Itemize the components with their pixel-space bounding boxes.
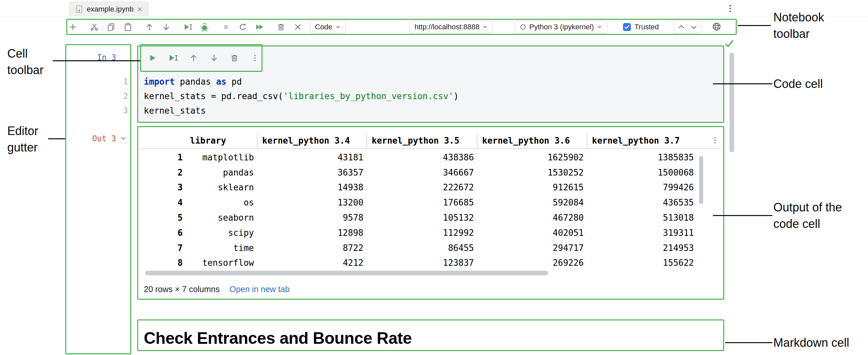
row-index: 2 bbox=[141, 165, 185, 180]
line-number: 3 bbox=[65, 103, 128, 118]
trusted-checkbox[interactable]: Trusted bbox=[623, 21, 659, 33]
table-cell: 1385835 bbox=[587, 150, 697, 165]
run-and-advance-icon[interactable] bbox=[167, 52, 179, 64]
jupyter-server-dropdown[interactable]: http://localhost:8888 bbox=[410, 21, 493, 33]
output-options-kebab-icon[interactable] bbox=[709, 134, 721, 146]
restart-kernel-icon[interactable] bbox=[238, 22, 248, 32]
dataframe-header-row: librarykernel_python 3.4kernel_python 3.… bbox=[141, 133, 697, 148]
table-cell: 1530252 bbox=[477, 165, 587, 180]
add-cell-icon[interactable] bbox=[68, 22, 78, 32]
debug-cell-icon[interactable] bbox=[199, 22, 209, 32]
annotation-line bbox=[53, 60, 140, 61]
checkbox-checked-icon bbox=[623, 23, 631, 31]
table-cell: 9578 bbox=[257, 210, 366, 225]
table-cell: 799426 bbox=[587, 180, 697, 195]
markdown-heading: Check Entrances and Bounce Rate bbox=[144, 329, 412, 348]
row-index: 7 bbox=[141, 240, 185, 255]
table-cell: 513018 bbox=[587, 210, 697, 225]
row-index: 5 bbox=[141, 210, 185, 225]
cell-type-label: Code bbox=[315, 23, 333, 31]
collapse-output-chevron-icon[interactable] bbox=[120, 135, 127, 142]
table-cell: 467280 bbox=[477, 210, 587, 225]
run-all-icon[interactable] bbox=[255, 22, 265, 32]
annotation-output-cell: Output of the code cell bbox=[773, 199, 859, 232]
code-line[interactable]: kernel_stats bbox=[144, 103, 459, 118]
column-header[interactable] bbox=[141, 133, 185, 148]
delete-cell-icon[interactable] bbox=[276, 22, 286, 32]
paste-icon[interactable] bbox=[123, 22, 133, 32]
kernel-dropdown[interactable]: Python 3 (ipykernel) bbox=[515, 21, 607, 33]
column-header[interactable]: kernel_python 3.6 bbox=[477, 133, 587, 148]
table-vertical-scrollbar[interactable] bbox=[699, 156, 703, 204]
table-cell: 1625902 bbox=[477, 150, 587, 165]
table-cell: 13200 bbox=[257, 195, 366, 210]
cell-navigation bbox=[674, 21, 702, 33]
table-cell: 86455 bbox=[366, 240, 477, 255]
chevron-down-icon bbox=[483, 24, 488, 30]
column-header[interactable]: kernel_python 3.4 bbox=[257, 133, 366, 148]
window-options-kebab-icon[interactable] bbox=[724, 3, 736, 14]
table-cell: 592084 bbox=[477, 195, 587, 210]
table-cell: 912615 bbox=[477, 180, 587, 195]
column-header[interactable]: library bbox=[185, 133, 257, 148]
table-cell: 155622 bbox=[587, 255, 697, 271]
chevron-down-icon bbox=[597, 24, 602, 30]
cell-more-options-kebab-icon[interactable] bbox=[249, 52, 260, 64]
run-cell-and-select-icon[interactable] bbox=[183, 22, 193, 32]
table-horizontal-scrollbar[interactable] bbox=[145, 271, 548, 275]
tab-close-icon[interactable] bbox=[137, 6, 143, 12]
cell-type-dropdown[interactable]: Code bbox=[310, 21, 346, 33]
table-cell: 214953 bbox=[587, 240, 697, 255]
run-cell-icon[interactable] bbox=[147, 52, 158, 64]
notebook-file-icon bbox=[75, 5, 84, 13]
move-cell-up-icon[interactable] bbox=[145, 22, 154, 32]
line-numbers: 123 bbox=[65, 74, 128, 118]
code-line[interactable]: kernel_stats = pd.read_csv('libraries_by… bbox=[144, 89, 459, 103]
execution-success-check-icon bbox=[724, 39, 734, 49]
table-cell: 402051 bbox=[477, 225, 587, 240]
code-line[interactable]: import pandas as pd bbox=[144, 74, 459, 89]
interrupt-kernel-icon[interactable] bbox=[293, 22, 303, 32]
table-cell: 176685 bbox=[366, 195, 477, 210]
stop-icon bbox=[221, 22, 231, 32]
move-cell-down-icon[interactable] bbox=[209, 52, 220, 64]
delete-cell-icon[interactable] bbox=[229, 52, 240, 64]
editor-tab-example-ipynb[interactable]: example.ipynb bbox=[69, 2, 148, 16]
table-cell: 1500068 bbox=[587, 165, 697, 180]
table-cell: 123837 bbox=[366, 255, 477, 271]
notebook-toolbar bbox=[68, 19, 303, 35]
next-cell-icon[interactable] bbox=[689, 22, 699, 32]
line-number: 2 bbox=[65, 89, 128, 103]
table-cell: 36357 bbox=[257, 165, 366, 180]
table-dimensions-label: 20 rows × 7 columns bbox=[144, 285, 220, 294]
gutter-out-label: Out 3 bbox=[65, 134, 116, 143]
editor-scrollbar[interactable] bbox=[730, 53, 734, 152]
move-cell-down-icon[interactable] bbox=[161, 22, 171, 32]
server-url-label: http://localhost:8888 bbox=[414, 23, 479, 31]
open-in-new-tab-link[interactable]: Open in new tab bbox=[229, 285, 289, 294]
table-cell: matplotlib bbox=[185, 150, 257, 165]
table-cell: time bbox=[185, 240, 257, 255]
table-cell: 8722 bbox=[257, 240, 366, 255]
row-index: 3 bbox=[141, 180, 185, 195]
table-cell: 436535 bbox=[587, 195, 697, 210]
dataframe-rows: 1matplotlib43181438386162590213858352pan… bbox=[141, 150, 697, 270]
copy-icon[interactable] bbox=[106, 22, 116, 32]
column-header[interactable]: kernel_python 3.5 bbox=[366, 133, 477, 148]
ide-window: example.ipynb bbox=[0, 0, 868, 355]
table-cell: 438386 bbox=[366, 150, 477, 165]
table-cell: seaborn bbox=[185, 210, 257, 225]
previous-cell-icon[interactable] bbox=[676, 22, 686, 32]
row-index: 6 bbox=[141, 225, 185, 240]
annotation-code-cell: Code cell bbox=[773, 76, 868, 92]
cut-icon[interactable] bbox=[89, 22, 99, 32]
column-header[interactable]: kernel_python 3.7 bbox=[587, 133, 697, 148]
annotation-line bbox=[738, 25, 771, 26]
open-in-browser-icon[interactable] bbox=[712, 22, 721, 32]
table-footer: 20 rows × 7 columns Open in new tab bbox=[144, 285, 289, 294]
move-cell-up-icon[interactable] bbox=[188, 52, 199, 64]
line-number: 1 bbox=[65, 74, 128, 89]
table-cell: 43181 bbox=[257, 150, 366, 165]
kernel-name-label: Python 3 (ipykernel) bbox=[529, 23, 594, 31]
code-lines[interactable]: import pandas as pdkernel_stats = pd.rea… bbox=[144, 74, 459, 118]
